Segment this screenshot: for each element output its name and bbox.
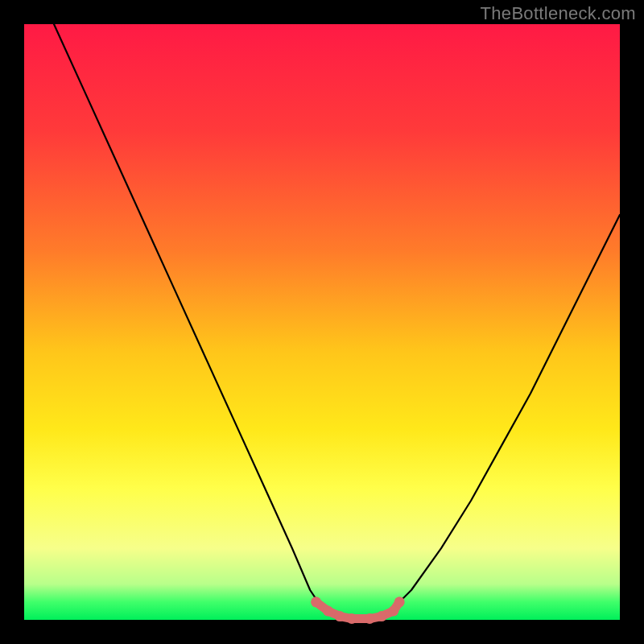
valley-dot — [388, 605, 398, 616]
valley-dot — [394, 597, 405, 607]
valley-dot — [335, 611, 345, 621]
main-curve-line — [54, 24, 620, 620]
valley-dot — [365, 613, 375, 624]
gradient-plot-area — [24, 24, 620, 620]
curve-svg — [24, 24, 620, 620]
valley-dot — [323, 605, 333, 616]
chart-frame: TheBottleneck.com — [0, 0, 644, 644]
valley-dot — [347, 613, 357, 624]
valley-dot — [311, 597, 321, 607]
watermark-text: TheBottleneck.com — [481, 3, 636, 24]
valley-dot — [377, 611, 387, 621]
